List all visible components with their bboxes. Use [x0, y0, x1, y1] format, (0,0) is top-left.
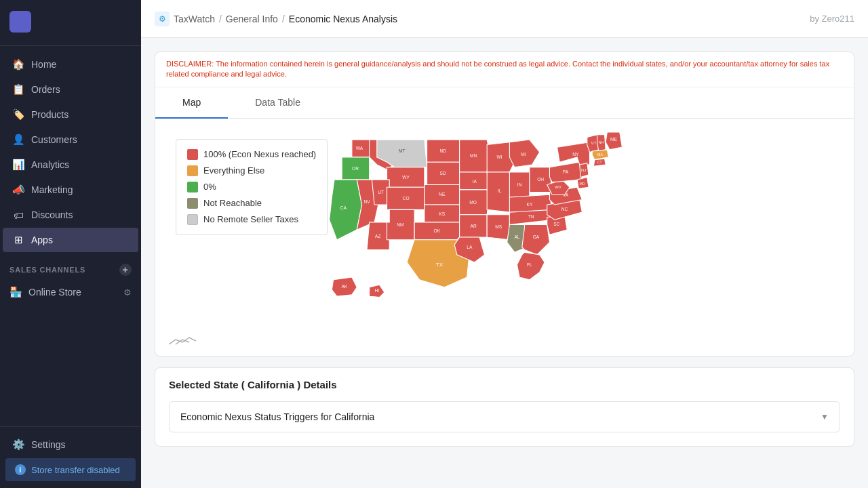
sidebar-item-label-analytics: Analytics — [31, 159, 69, 170]
map-attribution — [169, 334, 196, 349]
logo-box — [9, 11, 31, 33]
breadcrumb-sep-1: / — [219, 14, 222, 24]
store-transfer-banner: i Store transfer disabled — [5, 458, 136, 481]
by-label: by Zero211 — [810, 14, 854, 24]
online-store-icon: 🏪 — [9, 286, 22, 298]
svg-text:WY: WY — [402, 174, 410, 179]
svg-text:AK: AK — [341, 284, 347, 289]
svg-text:MD: MD — [579, 182, 585, 186]
breadcrumb-general-info[interactable]: General Info — [226, 14, 278, 24]
legend-color-everything_else — [187, 165, 198, 176]
sidebar-item-label-home: Home — [31, 59, 56, 70]
sidebar-item-analytics[interactable]: 📊 Analytics — [3, 152, 138, 177]
sidebar-bottom: ⚙️ Settings i Store transfer disabled — [0, 426, 141, 488]
taxwatch-app-icon: ⚙ — [155, 12, 170, 26]
svg-text:OH: OH — [537, 177, 544, 182]
svg-text:TN: TN — [528, 214, 534, 219]
home-icon: 🏠 — [12, 58, 24, 70]
svg-text:MO: MO — [469, 199, 477, 204]
legend-label-econ_nexus: 100% (Econ Nexus reached) — [203, 149, 316, 159]
chevron-down-icon: ▼ — [821, 412, 829, 422]
tab-map[interactable]: Map — [155, 87, 228, 119]
sidebar-item-apps[interactable]: ⊞ Apps — [3, 228, 138, 252]
main-content: ⚙ TaxWatch / General Info / Economic Nex… — [141, 0, 868, 488]
svg-text:WI: WI — [497, 155, 502, 159]
sidebar-item-online-store[interactable]: 🏪 Online Store ⚙ — [0, 280, 141, 304]
svg-text:OR: OR — [352, 166, 359, 171]
legend-item-econ_nexus: 100% (Econ Nexus reached) — [187, 149, 316, 160]
sidebar-item-settings[interactable]: ⚙️ Settings — [3, 432, 138, 457]
sales-channels-label: SALES CHANNELS + — [0, 253, 141, 280]
svg-text:AL: AL — [514, 235, 519, 239]
orders-icon: 📋 — [12, 83, 24, 96]
trigger-card: Economic Nexus Status Triggers for Calif… — [169, 401, 840, 432]
breadcrumb-taxwatch[interactable]: TaxWatch — [174, 14, 215, 24]
legend-color-econ_nexus — [187, 149, 198, 160]
legend-color-not_reachable — [187, 198, 198, 209]
state-details-title: Selected State ( California ) Details — [155, 368, 854, 401]
svg-marker-62 — [522, 224, 550, 254]
legend-item-zero_pct: 0% — [187, 182, 316, 192]
sidebar-item-products[interactable]: 🏷️ Products — [3, 102, 138, 127]
trigger-card-header[interactable]: Economic Nexus Status Triggers for Calif… — [170, 402, 840, 432]
svg-text:PA: PA — [563, 169, 569, 174]
breadcrumb-sep-2: / — [282, 14, 285, 24]
breadcrumb: ⚙ TaxWatch / General Info / Economic Nex… — [155, 12, 397, 26]
svg-text:NE: NE — [439, 192, 446, 197]
svg-text:KS: KS — [439, 211, 445, 216]
legend-label-everything_else: Everything Else — [203, 165, 264, 176]
sidebar-item-orders[interactable]: 📋 Orders — [3, 77, 138, 102]
legend-label-no_remote: No Remote Seller Taxes — [203, 214, 298, 224]
svg-text:AZ: AZ — [375, 234, 380, 239]
svg-text:NJ: NJ — [581, 167, 586, 171]
svg-text:GA: GA — [533, 235, 540, 239]
sidebar-item-customers[interactable]: 👤 Customers — [3, 127, 138, 152]
svg-text:CT: CT — [597, 160, 603, 164]
svg-text:UT: UT — [378, 190, 384, 195]
svg-text:LA: LA — [467, 245, 473, 249]
svg-text:MT: MT — [399, 148, 406, 152]
legend-item-everything_else: Everything Else — [187, 165, 316, 176]
sidebar-item-discounts[interactable]: 🏷 Discounts — [3, 203, 138, 227]
svg-text:KY: KY — [526, 202, 532, 207]
settings-label: Settings — [31, 439, 66, 450]
svg-text:VT: VT — [591, 141, 597, 145]
svg-text:ME: ME — [610, 137, 618, 142]
svg-text:IA: IA — [473, 178, 477, 183]
sidebar-item-label-products: Products — [31, 109, 68, 120]
legend-color-zero_pct — [187, 182, 198, 192]
breadcrumb-current: Economic Nexus Analysis — [289, 14, 397, 24]
svg-text:CO: CO — [403, 196, 410, 201]
sidebar-item-label-discounts: Discounts — [31, 209, 73, 220]
svg-text:MI: MI — [521, 151, 526, 156]
disclaimer-text: DISCLAIMER: The information contained he… — [155, 52, 854, 87]
sidebar-item-label-orders: Orders — [31, 84, 60, 95]
tab-data-table[interactable]: Data Table — [228, 87, 328, 119]
discounts-icon: 🏷 — [12, 209, 24, 221]
svg-text:IL: IL — [498, 188, 502, 192]
svg-text:OK: OK — [434, 228, 441, 232]
trigger-card-title: Economic Nexus Status Triggers for Calif… — [180, 411, 374, 422]
svg-text:ND: ND — [439, 148, 446, 153]
svg-text:WA: WA — [356, 146, 363, 150]
svg-text:NH: NH — [599, 140, 604, 144]
apps-icon: ⊞ — [12, 234, 24, 246]
svg-text:SC: SC — [553, 222, 559, 226]
customers-icon: 👤 — [12, 134, 24, 146]
svg-text:MA: MA — [597, 152, 603, 156]
sidebar-item-marketing[interactable]: 📣 Marketing — [3, 178, 138, 202]
svg-text:CA: CA — [340, 205, 347, 210]
sidebar-item-home[interactable]: 🏠 Home — [3, 52, 138, 77]
sidebar-item-label-apps: Apps — [31, 235, 53, 245]
info-icon: i — [15, 464, 26, 475]
online-store-settings-icon[interactable]: ⚙ — [123, 287, 132, 298]
svg-text:NM: NM — [397, 222, 403, 227]
state-details-card: Selected State ( California ) Details Ec… — [155, 367, 854, 447]
svg-text:AR: AR — [471, 224, 477, 228]
add-sales-channel-button[interactable]: + — [119, 264, 132, 276]
svg-text:IN: IN — [517, 182, 522, 186]
legend-item-no_remote: No Remote Seller Taxes — [187, 214, 316, 225]
svg-text:NV: NV — [363, 199, 370, 204]
page-content: DISCLAIMER: The information contained he… — [141, 38, 868, 488]
svg-text:MN: MN — [470, 153, 477, 158]
